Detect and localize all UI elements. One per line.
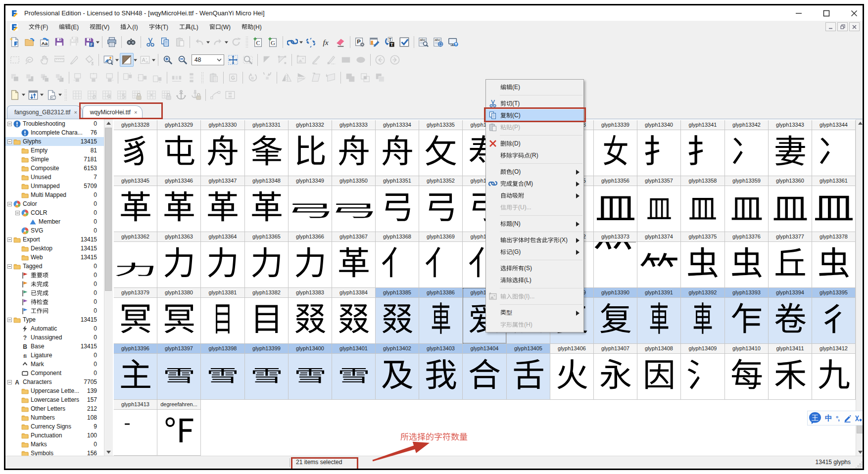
- sort-glyphs-button[interactable]: [26, 88, 40, 102]
- glyph-cell-glyph13392[interactable]: glyph13392: [681, 288, 725, 344]
- tree-item-member[interactable]: Member0: [5, 217, 104, 226]
- tree-item-marks[interactable]: Marks0: [5, 440, 104, 449]
- install-font-button[interactable]: [446, 35, 460, 49]
- open-installed-font-button[interactable]: Aa: [38, 35, 51, 49]
- tree-scroll-thumb[interactable]: [105, 128, 112, 291]
- fill-outline-mode-dropdown-icon[interactable]: [133, 53, 138, 67]
- glyph-cell-glyph13362[interactable]: glyph13362: [114, 232, 157, 288]
- glyph-cell-glyph13401[interactable]: glyph13401: [332, 344, 376, 400]
- menu-tools[interactable]: (L): [174, 22, 204, 33]
- glyph-cell-glyph13360[interactable]: glyph13360: [769, 176, 812, 232]
- tree-item-component[interactable]: Component0: [5, 369, 104, 378]
- menu-view[interactable]: (V): [84, 22, 115, 33]
- cut-button[interactable]: [144, 35, 157, 49]
- grid-scrollbar[interactable]: [856, 119, 864, 456]
- ime-punctuation-indicator[interactable]: °,: [836, 415, 839, 422]
- glyph-cell-glyph13346[interactable]: glyph13346: [157, 176, 201, 232]
- tree-item-tagged[interactable]: Tagged0: [5, 262, 104, 271]
- context-menu-type[interactable]: 型: [486, 307, 583, 319]
- glyph-cell-glyph13391[interactable]: glyph13391: [637, 288, 681, 344]
- zoom-out-button[interactable]: [176, 53, 190, 67]
- tree-item-uppercase-lette-[interactable]: Uppercase Lette...139: [5, 386, 104, 395]
- glyph-cell-glyph13366[interactable]: glyph13366: [289, 232, 332, 288]
- insert-glyphs-button[interactable]: G: [266, 35, 280, 49]
- glyph-transform-wizard-button[interactable]: [368, 35, 382, 49]
- fill-outline-mode-button[interactable]: [120, 53, 134, 67]
- label-mode-dropdown-icon[interactable]: [151, 53, 156, 67]
- glyph-cell-glyph13331[interactable]: glyph13331: [245, 120, 289, 176]
- formulas-button[interactable]: fx: [319, 35, 333, 49]
- glyph-cell-glyph13408[interactable]: glyph13408: [637, 344, 681, 400]
- glyph-cell-glyph13376[interactable]: glyph13376: [725, 232, 769, 288]
- redo-dropdown-icon[interactable]: [224, 35, 229, 49]
- tree-scroll-down-icon[interactable]: [104, 448, 113, 456]
- menu-help[interactable]: (H): [236, 22, 267, 33]
- glyph-cell-glyph13395[interactable]: glyph13395: [812, 288, 856, 344]
- context-menu-clear-selection[interactable]: (L): [486, 274, 583, 286]
- tag-glyph-button[interactable]: [45, 88, 58, 102]
- find-button[interactable]: [124, 35, 138, 49]
- font-validation-button[interactable]: [397, 35, 411, 49]
- glyph-cell-glyph13400[interactable]: glyph13400: [289, 344, 332, 400]
- glyph-cell-glyph13377[interactable]: glyph13377: [769, 232, 812, 288]
- glyph-cell-glyph13334[interactable]: glyph13334: [376, 120, 419, 176]
- grid-scroll-up-icon[interactable]: [856, 119, 864, 127]
- zoom-in-button[interactable]: [161, 53, 175, 67]
- glyph-cell-glyph13379[interactable]: glyph13379: [114, 288, 157, 344]
- tree-item-automatic[interactable]: Automatic0: [5, 324, 104, 333]
- glyph-cell-glyph13356[interactable]: glyph13356: [594, 176, 637, 232]
- tree-item-lowercase-letters[interactable]: Lowercase Letters157: [5, 395, 104, 404]
- glyph-cell-glyph13386[interactable]: glyph13386: [419, 288, 463, 344]
- tree-item-simple[interactable]: Simple7181: [5, 155, 104, 164]
- save-button[interactable]: [52, 35, 66, 49]
- glyph-cell-glyph13368[interactable]: glyph13368: [376, 232, 419, 288]
- glyph-cell-glyph13403[interactable]: glyph13403: [419, 344, 463, 400]
- save-as-button[interactable]: F: [82, 35, 96, 49]
- ime-keyboard-icon[interactable]: [855, 414, 863, 423]
- tree-item-currency-signs[interactable]: Currency Signs9: [5, 422, 104, 431]
- glyph-cell-glyph13364[interactable]: glyph13364: [201, 232, 245, 288]
- insert-characters-button[interactable]: C: [251, 35, 265, 49]
- glyph-cell-glyph13396[interactable]: glyph13396: [114, 344, 157, 400]
- context-menu-tag[interactable]: (G): [486, 246, 583, 258]
- glyph-cell-glyph13342[interactable]: glyph13342: [725, 120, 769, 176]
- tree-scroll-up-icon[interactable]: [104, 119, 113, 127]
- ime-mode-indicator[interactable]: 中: [825, 414, 832, 423]
- glyph-cell-glyph13411[interactable]: glyph13411: [769, 344, 812, 400]
- tree-scrollbar[interactable]: [104, 119, 113, 456]
- ime-logo-icon[interactable]: [809, 412, 821, 425]
- context-menu-complete-composite[interactable]: (M): [486, 178, 583, 190]
- glyph-cell-glyph13344[interactable]: glyph13344: [812, 120, 856, 176]
- tree-expander-icon[interactable]: [7, 264, 12, 269]
- context-menu-caption[interactable]: (N): [486, 218, 583, 230]
- context-menu-include-in-output[interactable]: (X): [486, 234, 583, 246]
- complete-composites-button[interactable]: [286, 35, 299, 49]
- glyph-cell-glyph13352[interactable]: glyph13352: [419, 176, 463, 232]
- toolbar-grip[interactable]: [201, 72, 204, 84]
- glyph-cell-glyph13333[interactable]: glyph13333: [332, 120, 376, 176]
- tree-expander-icon[interactable]: [7, 140, 12, 144]
- tree-item-unmapped[interactable]: Unmapped5709: [5, 182, 104, 190]
- glyph-cell-glyph13413[interactable]: glyph13413: [114, 400, 157, 456]
- glyph-cell-glyph13348[interactable]: glyph13348: [245, 176, 289, 232]
- glyph-cell-glyph13393[interactable]: glyph13393: [725, 288, 769, 344]
- context-menu-delete[interactable]: (D): [486, 138, 583, 149]
- tree-item-已完成[interactable]: 0: [5, 288, 104, 297]
- glyph-cell-glyph13351[interactable]: glyph13351: [376, 176, 419, 232]
- glyph-cell-glyph13409[interactable]: glyph13409: [681, 344, 725, 400]
- glyph-cell-glyph13378[interactable]: glyph13378: [812, 232, 856, 288]
- minimize-button[interactable]: [795, 10, 802, 17]
- tree-item-mark[interactable]: Mark0: [5, 360, 104, 369]
- save-as-dropdown-icon[interactable]: [96, 35, 100, 49]
- glyph-cell-degreefahren-[interactable]: degreefahren...: [157, 400, 201, 456]
- tree-item-未完成[interactable]: 0: [5, 280, 104, 288]
- mdi-close-button[interactable]: [849, 22, 860, 31]
- glyph-cell-glyph13339[interactable]: glyph13339: [594, 120, 637, 176]
- glyph-cell-glyph13410[interactable]: glyph13410: [725, 344, 769, 400]
- glyph-cell-glyph13394[interactable]: glyph13394: [769, 288, 812, 344]
- erase-button[interactable]: [334, 35, 347, 49]
- grid-scroll-down-icon[interactable]: [856, 448, 864, 456]
- new-glyph-button[interactable]: [8, 88, 22, 102]
- properties-button[interactable]: P: [353, 35, 367, 49]
- tree-item-symbols[interactable]: Symbols156: [5, 449, 104, 456]
